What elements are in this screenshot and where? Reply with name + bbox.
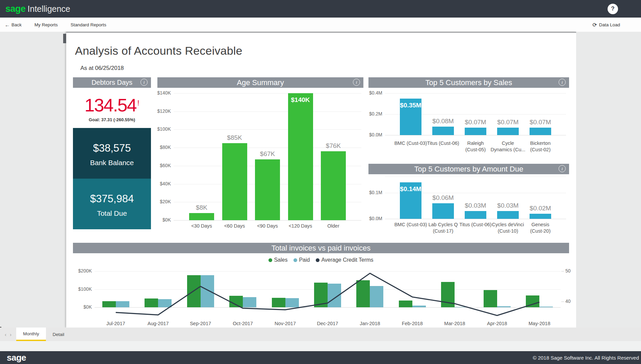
bar[interactable] — [243, 297, 256, 307]
y-tick-label: $0.0M — [363, 216, 382, 221]
x-tick-label: May-2018 — [521, 320, 558, 327]
invoices-chart-header: Total invoices vs paid invoices — [73, 243, 569, 253]
age-summary-header: Age Summary i — [157, 77, 363, 88]
bar[interactable] — [116, 301, 129, 307]
help-button[interactable]: ? — [608, 4, 618, 14]
bar[interactable] — [497, 128, 519, 135]
bar[interactable] — [412, 306, 426, 307]
info-icon[interactable]: i — [559, 79, 566, 86]
bar[interactable] — [201, 275, 214, 307]
debtors-days-header: Debtors Days i — [73, 77, 151, 88]
y-tick-label: $0.1M — [363, 190, 382, 195]
bar[interactable] — [272, 298, 285, 307]
x-tick-label: Mar-2018 — [436, 320, 473, 327]
legend-item[interactable]: Average Credit Terms — [316, 257, 373, 263]
bar[interactable] — [158, 299, 172, 307]
x-tick-label: Nov-2017 — [267, 320, 304, 327]
top-bar: sage Intelligence ? — [0, 0, 641, 18]
bar[interactable] — [189, 213, 214, 220]
top5-sales-title: Top 5 Customers by Sales — [426, 78, 512, 87]
bar[interactable] — [314, 283, 328, 307]
bar[interactable] — [539, 307, 553, 307]
tab-next-icon[interactable]: › — [10, 332, 11, 337]
age-summary-title: Age Summary — [237, 78, 284, 87]
bar[interactable] — [497, 211, 519, 219]
legend-label: Sales — [274, 257, 287, 263]
y-tick-label: $80K — [150, 145, 171, 150]
debtors-days-kpi: 134.54! — [73, 95, 151, 115]
tab-scroll-arrows: ‹ › — [0, 328, 16, 341]
y-tick-label-right: 40 — [565, 298, 575, 304]
bar[interactable] — [530, 128, 551, 135]
legend-label: Average Credit Terms — [321, 257, 373, 263]
sage-footer-logo: sage — [7, 353, 26, 363]
y-tick-label: $60K — [150, 163, 171, 168]
legend-dot-icon — [268, 258, 272, 262]
bar[interactable] — [356, 280, 370, 307]
bar[interactable] — [465, 128, 486, 135]
grid-line — [174, 220, 361, 220]
nav-my-reports[interactable]: My Reports — [34, 22, 58, 27]
bank-balance-card: $38,575 Bank Balance — [73, 128, 151, 179]
legend-item[interactable]: Paid — [293, 257, 310, 263]
bar[interactable] — [145, 298, 158, 307]
bar[interactable] — [288, 93, 313, 220]
grid-line — [385, 219, 566, 219]
bar[interactable] — [530, 214, 551, 219]
grid-line — [385, 93, 566, 94]
x-tick-label: Aug-2017 — [139, 320, 177, 327]
bar[interactable] — [432, 127, 454, 135]
invoices-chart-title: Total invoices vs paid invoices — [272, 244, 370, 253]
y-tick-label: $0.2M — [363, 111, 382, 116]
back-button[interactable]: ← Back — [5, 22, 22, 28]
data-load-button[interactable]: ⟳ Data Load — [592, 22, 620, 28]
grid-line — [95, 307, 561, 308]
nav-bar: ← Back My Reports Standard Reports ⟳ Dat… — [0, 18, 641, 32]
bar[interactable] — [399, 301, 412, 307]
bar-value-label: $8K — [181, 204, 222, 211]
total-due-label: Total Due — [73, 209, 151, 217]
tab-monthly[interactable]: Monthly — [16, 328, 46, 341]
bank-balance-label: Bank Balance — [73, 159, 151, 167]
bar[interactable] — [441, 282, 455, 307]
alert-icon: ! — [137, 99, 139, 107]
info-icon[interactable]: i — [140, 79, 148, 86]
grid-line — [385, 135, 566, 135]
bar-value-label: $140K — [280, 96, 321, 104]
right-axis-tick — [561, 271, 564, 271]
x-tick-label: Apr-2018 — [479, 320, 516, 327]
bar[interactable] — [229, 296, 243, 307]
app-window: sage Intelligence ? ← Back My Reports St… — [0, 0, 641, 364]
bar[interactable] — [497, 306, 511, 307]
bar-value-label: $76K — [313, 142, 354, 150]
y-tick-label-right: 50 — [565, 268, 575, 274]
bar[interactable] — [102, 301, 116, 307]
info-icon[interactable]: i — [559, 165, 566, 172]
bar[interactable] — [465, 211, 486, 219]
page-title: Analysis of Accounts Receivable — [75, 44, 242, 57]
nav-standard-reports[interactable]: Standard Reports — [71, 22, 106, 27]
tab-prev-icon[interactable]: ‹ — [5, 332, 6, 337]
below-tabs-area — [0, 341, 641, 351]
tab-detail[interactable]: Detail — [46, 328, 71, 341]
bar[interactable] — [484, 290, 497, 307]
bar-value-label: $0.14M — [390, 185, 431, 193]
legend-item[interactable]: Sales — [268, 257, 287, 263]
bar[interactable] — [321, 151, 346, 220]
bar[interactable] — [285, 298, 299, 307]
scrollbar-thumb[interactable] — [63, 34, 66, 43]
bar[interactable] — [255, 159, 280, 220]
bar[interactable] — [328, 284, 341, 307]
data-load-label: Data Load — [599, 22, 620, 27]
info-icon[interactable]: i — [353, 79, 360, 86]
legend-label: Paid — [299, 257, 310, 263]
debtors-days-title: Debtors Days — [92, 79, 132, 86]
grid-line — [174, 93, 361, 94]
bar[interactable] — [187, 275, 201, 307]
back-label: Back — [11, 22, 22, 27]
bar[interactable] — [370, 286, 383, 307]
bar[interactable] — [222, 143, 247, 220]
bar[interactable] — [526, 295, 539, 307]
bar[interactable] — [432, 203, 454, 219]
bar[interactable] — [455, 307, 468, 307]
